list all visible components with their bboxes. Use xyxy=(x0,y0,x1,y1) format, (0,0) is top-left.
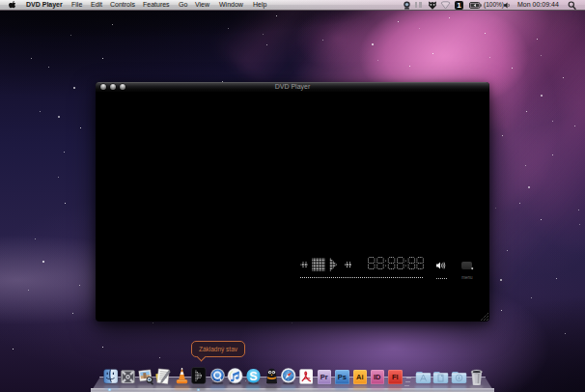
svg-text:S: S xyxy=(249,370,257,383)
